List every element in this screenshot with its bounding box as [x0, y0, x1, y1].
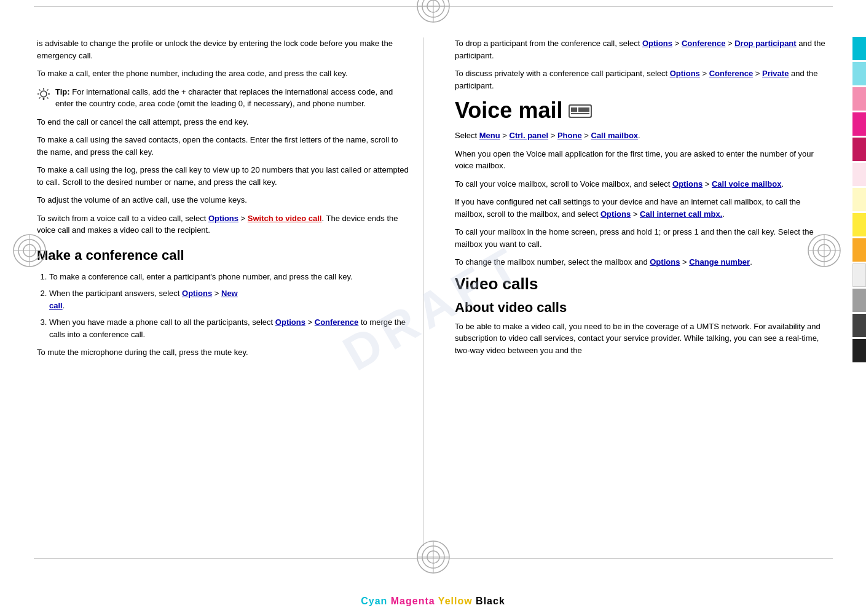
color-tab-gray-mid[interactable] — [852, 289, 866, 312]
mute-paragraph: To mute the microphone during the call, … — [37, 346, 411, 359]
change-number-link[interactable]: Change number — [689, 257, 750, 267]
tip-text: Tip: For international calls, add the + … — [55, 86, 411, 110]
ctrl-panel-link[interactable]: Ctrl. panel — [510, 131, 549, 140]
step3-arrow: > — [305, 318, 315, 327]
drop-conference-link[interactable]: Conference — [682, 39, 726, 48]
about-video-paragraph: To be able to make a video call, you nee… — [455, 321, 829, 357]
discuss-conference-link[interactable]: Conference — [709, 69, 754, 78]
change-number-text-before: To change the mailbox number, select the… — [455, 257, 650, 267]
color-tab-light-cyan[interactable] — [852, 62, 866, 85]
menu-link[interactable]: Menu — [479, 131, 500, 140]
color-tab-magenta[interactable] — [852, 112, 866, 136]
tip-label: Tip: — [55, 87, 70, 96]
svg-rect-28 — [578, 107, 589, 112]
video-switch-text-before: To switch from a voice call to a video c… — [37, 214, 208, 223]
color-tab-yellow-light[interactable] — [852, 188, 866, 211]
cyan-label: Cyan — [361, 596, 387, 606]
call-voice-mailbox-link[interactable]: Call voice mailbox — [712, 179, 781, 189]
voicemail-heading: Voice mail — [455, 98, 829, 123]
magenta-label: Magenta — [391, 596, 435, 606]
discuss-text-before: To discuss privately with a conference c… — [455, 69, 670, 78]
color-tab-magenta-dark[interactable] — [852, 138, 866, 161]
color-tab-black[interactable] — [852, 339, 866, 362]
about-video-heading: About video calls — [455, 300, 829, 316]
right-arrow-switch: > — [238, 214, 248, 223]
video-switch-paragraph: To switch from a voice call to a video c… — [37, 212, 411, 236]
black-label: Black — [476, 596, 505, 606]
call-vm-arrow: > — [703, 179, 712, 189]
svg-line-20 — [39, 89, 41, 90]
change-arrow: > — [680, 257, 689, 267]
voicemail-heading-text: Voice mail — [455, 98, 562, 123]
left-column: is advisable to change the profile or un… — [37, 37, 424, 546]
bottom-circle-icon — [416, 540, 451, 576]
discuss-private-link[interactable]: Private — [762, 69, 789, 78]
svg-line-23 — [39, 97, 41, 98]
call-internet-call-link[interactable]: Call internet call mbx. — [640, 209, 722, 219]
conference-step-1: To make a conference call, enter a parti… — [49, 271, 411, 283]
vm-arrow2: > — [548, 131, 557, 140]
log-paragraph: To make a call using the log, press the … — [37, 164, 411, 188]
bottom-color-bar: Cyan Magenta Yellow Black — [0, 587, 866, 616]
net-call-period: . — [722, 209, 725, 219]
drop-participant-paragraph: To drop a participant from the conferenc… — [455, 37, 829, 61]
net-call-paragraph: If you have configured net call settings… — [455, 196, 829, 220]
vm-arrow1: > — [500, 131, 510, 140]
step2-text-before: When the participant answers, select — [49, 289, 182, 298]
discuss-paragraph: To discuss privately with a conference c… — [455, 68, 829, 92]
options-link-switch[interactable]: Options — [208, 214, 238, 223]
call-vm-options-link[interactable]: Options — [672, 179, 703, 189]
conference-step-3: When you have made a phone call to all t… — [49, 316, 411, 340]
color-tab-pink-light[interactable] — [852, 87, 866, 111]
left-circle-icon — [12, 233, 47, 270]
right-column: To drop a participant from the conferenc… — [443, 37, 829, 546]
make-call-paragraph: To make a call, enter the phone number, … — [37, 68, 411, 80]
options-link-step3[interactable]: Options — [275, 318, 305, 327]
saved-contacts-paragraph: To make a call using the saved contacts,… — [37, 134, 411, 158]
voicemail-open-paragraph: When you open the Voice mail application… — [455, 148, 829, 172]
bottom-line — [34, 558, 833, 559]
bottom-deco-area — [0, 558, 866, 559]
net-call-arrow: > — [631, 209, 640, 219]
svg-line-21 — [47, 97, 49, 98]
top-line — [34, 6, 833, 7]
step3-text-before: When you have made a phone call to all t… — [49, 318, 275, 327]
intro-paragraph: is advisable to change the profile or un… — [37, 37, 411, 61]
svg-rect-27 — [571, 107, 577, 112]
call-mailbox-link[interactable]: Call mailbox — [591, 131, 639, 140]
drop-participant-link[interactable]: Drop participant — [734, 39, 796, 48]
right-circle-icon — [807, 233, 841, 270]
step1-text: To make a conference call, enter a parti… — [49, 272, 353, 281]
color-tab-gray-dark[interactable] — [852, 314, 866, 337]
discuss-arrow1: > — [700, 69, 709, 78]
color-tab-pink-pale[interactable] — [852, 163, 866, 186]
options-link-step2[interactable]: Options — [182, 289, 212, 298]
voicemail-icon — [569, 98, 592, 123]
drop-options-link[interactable]: Options — [642, 39, 672, 48]
color-tab-yellow[interactable] — [852, 213, 866, 236]
color-tabs — [852, 37, 866, 362]
voicemail-select-text-before: Select — [455, 131, 479, 140]
step2-arrow: > — [212, 289, 221, 298]
top-deco-area — [0, 6, 866, 7]
svg-point-15 — [41, 91, 47, 97]
color-tab-yellow-dark[interactable] — [852, 238, 866, 262]
video-calls-heading: Video calls — [455, 275, 829, 294]
change-number-paragraph: To change the mailbox number, select the… — [455, 256, 829, 268]
tip-icon — [37, 87, 50, 104]
top-circle-icon — [416, 0, 451, 25]
conference-link-step3[interactable]: Conference — [315, 318, 359, 327]
phone-link[interactable]: Phone — [557, 131, 582, 140]
switch-to-video-link[interactable]: Switch to video call — [248, 214, 322, 223]
svg-line-22 — [47, 89, 49, 90]
call-voicemail-paragraph: To call your voice mailbox, scroll to Vo… — [455, 178, 829, 190]
step2-text-after: . — [63, 301, 65, 310]
color-tab-gray-light[interactable] — [852, 263, 866, 287]
color-tab-cyan[interactable] — [852, 37, 866, 60]
change-options-link[interactable]: Options — [650, 257, 680, 267]
tip-content: For international calls, add the + chara… — [55, 87, 393, 109]
net-call-options-link[interactable]: Options — [600, 209, 631, 219]
discuss-options-link[interactable]: Options — [670, 69, 700, 78]
call-vm-text-before: To call your voice mailbox, scroll to Vo… — [455, 179, 672, 189]
drop-arrow1: > — [672, 39, 682, 48]
